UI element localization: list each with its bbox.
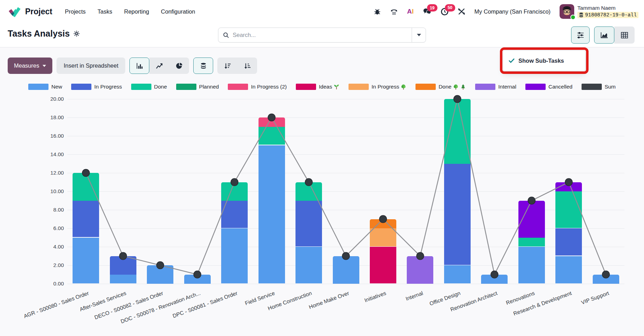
legend-item[interactable]: Planned <box>176 84 219 90</box>
search-bar <box>218 28 426 43</box>
chat-icon[interactable]: 19 <box>423 8 432 15</box>
bar-segment[interactable] <box>481 275 508 284</box>
bar-segment[interactable] <box>370 247 396 283</box>
top-navbar: Project ProjectsTasksReportingConfigurat… <box>0 0 644 23</box>
bar-segment[interactable] <box>295 247 322 283</box>
bar-segment[interactable] <box>221 201 248 228</box>
bar-segment[interactable] <box>555 182 582 192</box>
page-title: Tasks Analysis <box>8 29 70 39</box>
user-menu[interactable]: Tammam Naem 91808782-19-0-all <box>560 4 638 19</box>
legend-label: New <box>51 84 62 90</box>
chart-options-button[interactable] <box>571 26 590 44</box>
gear-icon[interactable] <box>73 30 80 37</box>
bar-segment[interactable] <box>444 164 471 265</box>
legend-label: In Progress (2) <box>251 84 287 90</box>
legend-item[interactable]: In Progress <box>71 84 122 90</box>
legend-swatch <box>71 84 91 90</box>
y-axis-tick: 18.00 <box>38 114 64 121</box>
bar-segment[interactable] <box>555 228 582 255</box>
app-brand[interactable]: Project <box>7 5 52 18</box>
menu-item-projects[interactable]: Projects <box>65 8 86 15</box>
menu-item-tasks[interactable]: Tasks <box>98 8 112 15</box>
bar-segment[interactable] <box>110 256 136 275</box>
bar-segment[interactable] <box>333 256 359 284</box>
odoo-tasks-analysis-page: { "topbar": { "app_name": "Project", "me… <box>0 0 644 336</box>
gridline <box>67 99 624 99</box>
y-axis-tick: 2.00 <box>38 262 64 268</box>
chat-badge: 19 <box>427 4 437 12</box>
bar-segment[interactable] <box>147 265 173 284</box>
tools-icon[interactable] <box>458 8 465 15</box>
legend-swatch <box>28 84 48 90</box>
legend-item[interactable]: Sum <box>582 84 616 90</box>
legend-label: In Progress <box>372 84 406 90</box>
search-input[interactable] <box>233 32 412 38</box>
bar-segment[interactable] <box>184 275 211 284</box>
bar-segment[interactable] <box>593 275 619 284</box>
legend-item[interactable]: New <box>28 84 62 90</box>
menu-item-reporting[interactable]: Reporting <box>124 8 149 15</box>
bar-segment[interactable] <box>407 256 433 284</box>
legend-item[interactable]: Done <box>131 84 167 90</box>
legend-item[interactable]: In Progress (2) <box>228 84 287 90</box>
legend-item[interactable]: Done <box>415 84 466 90</box>
ai-icon[interactable]: AI <box>407 8 414 15</box>
show-subtasks-menu-item[interactable]: Show Sub-Tasks <box>503 50 585 71</box>
bar-segment[interactable] <box>518 201 545 238</box>
phone-icon[interactable] <box>390 8 398 15</box>
bar-segment[interactable] <box>555 256 582 283</box>
systray: AI 19 50 My Company (San Francisco) <box>374 4 638 19</box>
app-name[interactable]: Project <box>25 7 52 16</box>
caret-down-icon <box>417 34 421 36</box>
bar-segment[interactable] <box>259 117 285 127</box>
legend-item[interactable]: In Progress <box>349 84 406 90</box>
evergreen-icon <box>460 84 466 90</box>
bar-segment[interactable] <box>73 238 99 283</box>
bar-segment[interactable] <box>295 182 322 201</box>
legend-label: In Progress <box>94 84 122 90</box>
y-axis-tick: 16.00 <box>38 133 64 139</box>
bar-segment[interactable] <box>555 191 582 228</box>
view-switcher <box>594 26 635 44</box>
bar-segment[interactable] <box>444 265 471 283</box>
database-icon <box>579 13 583 17</box>
legend-label: Internal <box>498 84 516 90</box>
legend-swatch <box>176 84 196 90</box>
bar-segment[interactable] <box>518 238 545 246</box>
bar-segment[interactable] <box>221 228 248 283</box>
bar-segment[interactable] <box>295 201 322 246</box>
search-dropdown-toggle[interactable] <box>412 28 426 42</box>
bar-segment[interactable] <box>110 275 136 283</box>
pivot-view-button[interactable] <box>614 26 635 44</box>
top-menu: ProjectsTasksReportingConfiguration <box>65 8 195 15</box>
legend-item[interactable]: Cancelled <box>525 84 572 90</box>
legend-label: Done <box>154 84 167 90</box>
chart-area: NewIn ProgressDonePlannedIn Progress (2)… <box>0 47 644 336</box>
gridline <box>67 117 624 118</box>
bug-icon[interactable] <box>374 8 381 15</box>
legend-swatch <box>582 84 602 90</box>
clock-icon[interactable]: 50 <box>441 8 449 16</box>
bar-segment[interactable] <box>518 247 545 283</box>
bar-segment[interactable] <box>370 228 396 246</box>
legend-item[interactable]: Internal <box>475 84 516 90</box>
gridline <box>67 173 624 173</box>
bar-segment[interactable] <box>73 201 99 237</box>
menu-item-configuration[interactable]: Configuration <box>161 8 195 15</box>
bar-segment[interactable] <box>259 127 285 145</box>
bar-segment[interactable] <box>370 219 396 229</box>
y-axis-tick: 0.00 <box>38 281 64 287</box>
online-status-dot <box>570 15 576 20</box>
seedling-icon <box>334 84 339 90</box>
bar-segment[interactable] <box>259 145 285 283</box>
search-icon <box>223 32 229 38</box>
company-switcher[interactable]: My Company (San Francisco) <box>474 8 551 15</box>
graph-view-button[interactable] <box>594 26 614 44</box>
tree-icon <box>400 84 406 90</box>
sliders-icon <box>577 32 584 39</box>
legend-label: Ideas <box>319 84 339 90</box>
bar-segment[interactable] <box>221 182 248 201</box>
bar-segment[interactable] <box>73 173 99 201</box>
bar-segment[interactable] <box>444 99 471 164</box>
legend-item[interactable]: Ideas <box>296 84 339 90</box>
